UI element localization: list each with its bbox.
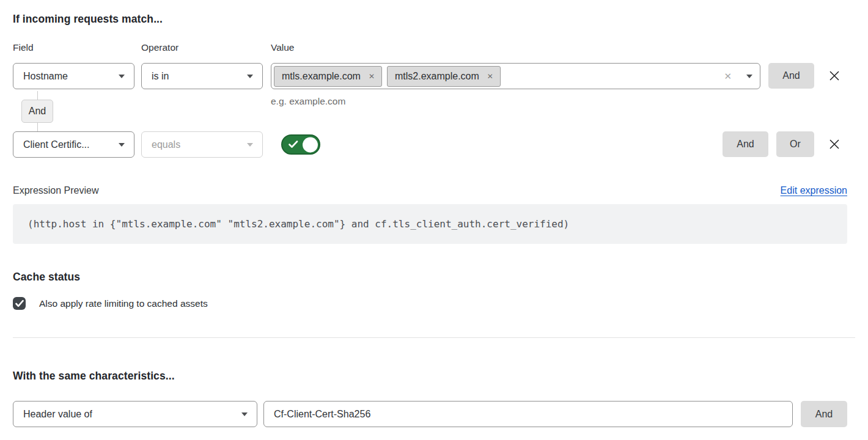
expression-preview-header: Expression Preview Edit expression (13, 185, 847, 196)
cert-verified-toggle[interactable] (281, 134, 320, 155)
criteria-row-1: Hostname is in mtls.example.com ✕ mtls2.… (13, 63, 847, 107)
match-section-title: If incoming requests match... (13, 13, 847, 26)
expression-code: (http.host in {"mtls.example.com" "mtls2… (13, 204, 847, 244)
cache-checkbox-row: Also apply rate limiting to cached asset… (13, 297, 847, 310)
value-tags: mtls.example.com ✕ mtls2.example.com ✕ (274, 66, 724, 87)
operator-select-value: equals (152, 139, 180, 150)
chevron-down-icon[interactable] (746, 75, 752, 78)
check-icon (289, 141, 298, 148)
characteristics-title: With the same characteristics... (13, 370, 847, 383)
rule-builder: If incoming requests match... Field Oper… (0, 0, 868, 427)
clear-values-icon[interactable]: ✕ (724, 72, 732, 81)
value-tag: mtls.example.com ✕ (274, 66, 382, 87)
header-name-input[interactable] (263, 401, 793, 427)
delete-row-button[interactable] (828, 131, 840, 157)
value-tag: mtls2.example.com ✕ (387, 66, 501, 87)
field-select[interactable]: Hostname (13, 63, 134, 89)
close-icon (828, 138, 840, 150)
delete-row-button[interactable] (828, 63, 840, 89)
cached-assets-checkbox[interactable] (13, 297, 26, 310)
value-tag-text: mtls2.example.com (395, 71, 479, 82)
chevron-down-icon (241, 413, 248, 416)
chevron-down-icon (119, 75, 125, 78)
add-and-condition-button[interactable]: And (768, 63, 814, 89)
chevron-down-icon (247, 143, 253, 147)
operator-select-value: is in (152, 71, 169, 82)
value-tag-text: mtls.example.com (282, 71, 361, 82)
operator-label: Operator (141, 42, 271, 53)
cached-assets-checkbox-label: Also apply rate limiting to cached asset… (39, 298, 208, 309)
remove-tag-icon[interactable]: ✕ (487, 73, 493, 80)
criteria-row-2: Client Certific... equals And Or (13, 131, 847, 158)
row-connector: And (21, 100, 53, 123)
close-icon (828, 70, 840, 82)
field-select-value: Client Certific... (23, 139, 89, 150)
operator-select-disabled: equals (141, 131, 263, 158)
characteristic-select[interactable]: Header value of (13, 401, 257, 427)
value-label: Value (271, 42, 847, 53)
cache-status-title: Cache status (13, 271, 847, 284)
connector-and-button[interactable]: And (21, 100, 53, 123)
chevron-down-icon (247, 75, 253, 78)
add-characteristic-button[interactable]: And (801, 401, 847, 427)
toggle-knob (303, 137, 318, 152)
expression-preview-label: Expression Preview (13, 185, 99, 196)
value-multiselect[interactable]: mtls.example.com ✕ mtls2.example.com ✕ ✕ (271, 63, 760, 89)
value-helper-text: e.g. example.com (271, 96, 760, 107)
field-label: Field (13, 42, 141, 53)
section-divider (13, 337, 855, 338)
add-and-condition-button[interactable]: And (723, 131, 768, 157)
operator-select[interactable]: is in (141, 63, 263, 89)
criteria-column-labels: Field Operator Value (13, 42, 847, 53)
check-icon (15, 300, 24, 307)
remove-tag-icon[interactable]: ✕ (369, 73, 375, 80)
characteristic-select-value: Header value of (23, 409, 92, 420)
add-or-condition-button[interactable]: Or (776, 131, 814, 157)
edit-expression-link[interactable]: Edit expression (781, 185, 847, 196)
value-column: mtls.example.com ✕ mtls2.example.com ✕ ✕… (271, 63, 760, 107)
field-select[interactable]: Client Certific... (13, 131, 134, 158)
field-select-value: Hostname (23, 71, 68, 82)
characteristics-row: Header value of And (13, 401, 847, 427)
chevron-down-icon (119, 143, 125, 147)
